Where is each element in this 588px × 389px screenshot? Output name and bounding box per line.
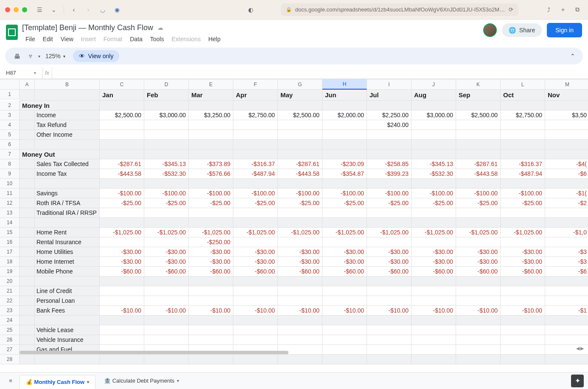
- data-cell[interactable]: [233, 286, 278, 296]
- data-cell[interactable]: -$30.00: [100, 247, 144, 257]
- data-cell[interactable]: -$60.00: [412, 267, 456, 276]
- data-cell[interactable]: [412, 335, 456, 345]
- data-cell[interactable]: -$25.00: [367, 198, 412, 208]
- cell[interactable]: [412, 316, 456, 325]
- data-cell[interactable]: [501, 130, 545, 140]
- data-cell[interactable]: -$443.58: [278, 169, 322, 179]
- data-cell[interactable]: [278, 208, 322, 218]
- data-cell[interactable]: -$100.00: [412, 189, 456, 198]
- menu-tools[interactable]: Tools: [147, 34, 168, 44]
- cell[interactable]: [322, 149, 367, 159]
- cloud-status-icon[interactable]: ☁: [157, 24, 163, 31]
- data-cell[interactable]: [278, 335, 322, 345]
- data-cell[interactable]: -$1,025.00: [322, 228, 367, 237]
- data-cell[interactable]: $3,000.00: [144, 110, 189, 120]
- data-cell[interactable]: $2,750.00: [233, 110, 278, 120]
- name-box-input[interactable]: [4, 70, 31, 76]
- row-label-sales-tax[interactable]: Sales Tax Collected: [35, 159, 100, 169]
- cell[interactable]: [20, 179, 35, 189]
- data-cell[interactable]: -$25.00: [233, 198, 278, 208]
- cell[interactable]: [20, 316, 35, 325]
- data-cell[interactable]: -$3: [545, 257, 588, 267]
- data-cell[interactable]: [278, 120, 322, 130]
- cell[interactable]: [144, 179, 189, 189]
- data-cell[interactable]: -$30.00: [144, 257, 189, 267]
- scroll-arrows[interactable]: ◀▶: [576, 346, 586, 354]
- data-cell[interactable]: [144, 286, 189, 296]
- cell[interactable]: [501, 140, 545, 149]
- horizontal-scrollbar[interactable]: [20, 350, 580, 355]
- data-cell[interactable]: -$30.00: [189, 257, 233, 267]
- cell[interactable]: [100, 149, 144, 159]
- data-cell[interactable]: -$443.58: [100, 169, 144, 179]
- data-cell[interactable]: -$10.00: [412, 306, 456, 316]
- data-cell[interactable]: -$25.00: [456, 198, 501, 208]
- cell[interactable]: [233, 218, 278, 228]
- data-cell[interactable]: [501, 237, 545, 247]
- all-sheets-icon[interactable]: ≡: [4, 375, 17, 387]
- share-button[interactable]: 🌐 Share: [502, 23, 542, 37]
- data-cell[interactable]: [456, 237, 501, 247]
- data-cell[interactable]: -$30.00: [367, 247, 412, 257]
- data-cell[interactable]: -$1,025.00: [278, 228, 322, 237]
- sheet-tab-monthly-cash-flow[interactable]: 💰 Monthly Cash Flow ▾: [20, 375, 95, 389]
- data-cell[interactable]: -$30.00: [456, 247, 501, 257]
- data-cell[interactable]: -$399.23: [367, 169, 412, 179]
- row-header-27[interactable]: 27: [0, 345, 20, 355]
- cell[interactable]: [545, 276, 588, 286]
- cell[interactable]: [367, 355, 412, 364]
- cell[interactable]: [20, 286, 35, 296]
- cell[interactable]: [412, 218, 456, 228]
- cell[interactable]: [367, 316, 412, 325]
- data-cell[interactable]: [456, 120, 501, 130]
- month-header-may[interactable]: May: [278, 90, 322, 101]
- cell[interactable]: [501, 316, 545, 325]
- row-label-other-income[interactable]: Other Income: [35, 130, 100, 140]
- cell[interactable]: [100, 101, 144, 110]
- document-title[interactable]: [Template] Benji — Monthly Cash Flow: [22, 23, 153, 32]
- close-window-icon[interactable]: [5, 7, 10, 12]
- data-cell[interactable]: [501, 325, 545, 335]
- cell[interactable]: [20, 140, 35, 149]
- cell[interactable]: [20, 335, 35, 345]
- cell[interactable]: [278, 140, 322, 149]
- data-cell[interactable]: -$345.13: [144, 159, 189, 169]
- data-cell[interactable]: [367, 130, 412, 140]
- data-cell[interactable]: [100, 120, 144, 130]
- cell[interactable]: [20, 237, 35, 247]
- cell[interactable]: [367, 179, 412, 189]
- column-header-F[interactable]: F: [233, 79, 278, 90]
- data-cell[interactable]: [322, 130, 367, 140]
- data-cell[interactable]: [233, 335, 278, 345]
- data-cell[interactable]: -$345.13: [412, 159, 456, 169]
- data-cell[interactable]: -$6: [545, 267, 588, 276]
- cell[interactable]: [100, 316, 144, 325]
- column-header-B[interactable]: B: [35, 79, 100, 90]
- data-cell[interactable]: -$1,025.00: [144, 228, 189, 237]
- data-cell[interactable]: [456, 335, 501, 345]
- cell[interactable]: [144, 316, 189, 325]
- data-cell[interactable]: -$1,025.00: [456, 228, 501, 237]
- cell[interactable]: [20, 306, 35, 316]
- filter-icon[interactable]: ▿: [25, 50, 36, 62]
- data-cell[interactable]: [501, 120, 545, 130]
- data-cell[interactable]: [322, 208, 367, 218]
- data-cell[interactable]: -$10.00: [189, 306, 233, 316]
- data-cell[interactable]: [144, 237, 189, 247]
- data-cell[interactable]: [412, 286, 456, 296]
- sign-in-button[interactable]: Sign in: [547, 23, 582, 37]
- data-cell[interactable]: -$10.00: [100, 306, 144, 316]
- data-cell[interactable]: -$100.00: [189, 189, 233, 198]
- data-cell[interactable]: [144, 296, 189, 306]
- explore-button[interactable]: ✦: [571, 375, 584, 387]
- data-cell[interactable]: -$100.00: [144, 189, 189, 198]
- cell[interactable]: [233, 316, 278, 325]
- cell[interactable]: [100, 355, 144, 364]
- data-cell[interactable]: -$60.00: [322, 267, 367, 276]
- back-icon[interactable]: ‹: [68, 4, 79, 15]
- row-label-home-util[interactable]: Home Utilities: [35, 247, 100, 257]
- data-cell[interactable]: [233, 120, 278, 130]
- row-header-13[interactable]: 13: [0, 208, 20, 218]
- data-cell[interactable]: [545, 237, 588, 247]
- cell[interactable]: [545, 149, 588, 159]
